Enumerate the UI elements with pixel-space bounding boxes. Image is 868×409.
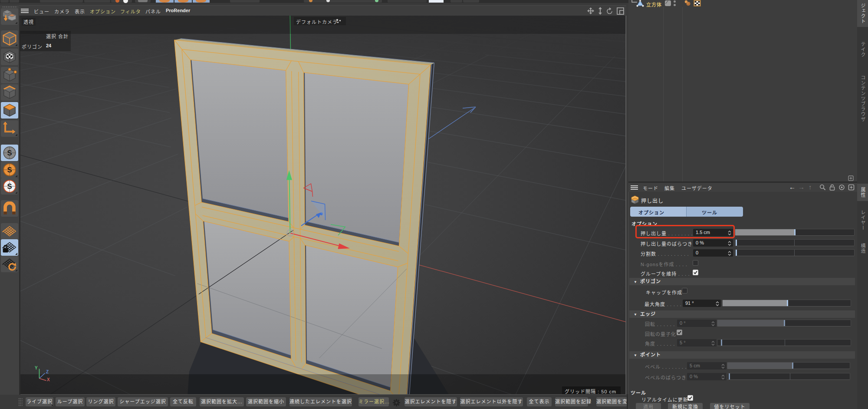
svg-text:S: S [7, 166, 12, 174]
svg-text:S: S [7, 149, 12, 157]
svg-text:S: S [7, 182, 12, 191]
